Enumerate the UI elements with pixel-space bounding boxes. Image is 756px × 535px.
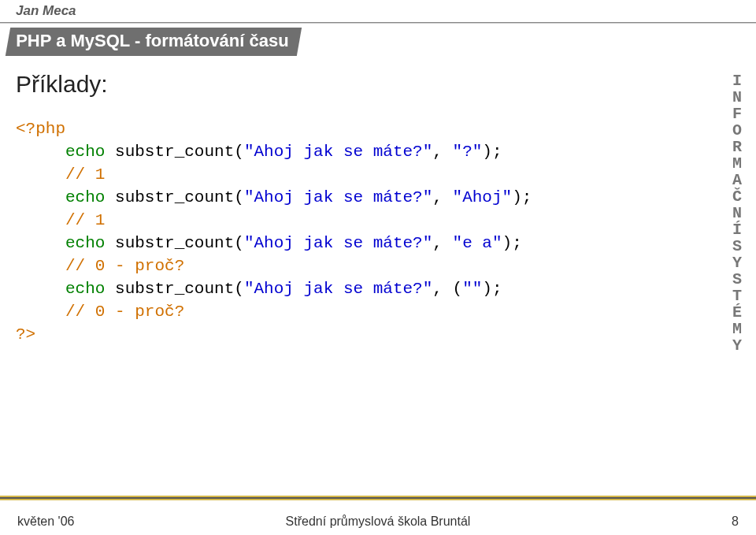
vert-char: S [732,238,742,254]
code-block: <?php echo substr_count("Ahoj jak se mát… [16,118,693,347]
string-literal: "Ahoj jak se máte?" [244,280,432,298]
vert-char: N [732,89,742,106]
paren-close: ); [482,143,502,161]
comment: // 0 - proč? [65,303,184,321]
fn-call: substr_count( [115,143,244,161]
vert-char: O [732,122,742,139]
footer-school: Střední průmyslová škola Bruntál [0,515,756,529]
vert-char: S [732,271,742,288]
echo-keyword: echo [65,143,105,161]
string-literal: "Ahoj jak se máte?" [244,188,432,206]
echo-keyword: echo [65,234,105,252]
echo-keyword: echo [65,280,105,298]
examples-heading: Příklady: [16,71,693,98]
content-area: Příklady: <?php echo substr_count("Ahoj … [16,71,693,347]
vert-char: R [732,139,742,155]
top-divider [0,22,756,23]
vert-char: M [732,155,742,172]
string-literal: "?" [453,143,483,161]
footer-divider [0,497,756,499]
comment: // 0 - proč? [65,257,184,275]
vert-char: Y [732,337,742,354]
fn-call: substr_count( [115,188,244,206]
vert-char: Y [732,254,742,271]
vert-char: N [732,205,742,221]
comma: , [432,143,452,161]
string-literal: "" [462,280,482,298]
string-literal: "e a" [453,234,502,252]
vertical-label: I N F O R M A Č N Í S Y S T É M Y [732,72,742,354]
fn-call: substr_count( [115,234,244,252]
vert-char: É [732,304,742,321]
php-open-tag: <?php [16,120,65,138]
paren-close: ); [482,280,502,298]
php-close-tag: ?> [16,325,35,344]
comma: , [432,234,452,252]
vert-char: Í [732,221,742,238]
vert-char: T [732,288,742,304]
page-number: 8 [732,515,739,529]
echo-keyword: echo [65,188,105,206]
slide-page: Jan Meca PHP a MySQL - formátování času … [0,0,756,535]
comment: // 1 [65,165,105,184]
string-literal: "Ahoj jak se máte?" [244,143,432,161]
slide-title-bar: PHP a MySQL - formátování času [6,28,302,56]
paren-close: ); [502,234,522,252]
fn-call: substr_count( [115,280,244,298]
string-literal: "Ahoj" [453,188,513,206]
comment: // 1 [65,211,105,229]
string-literal: "Ahoj jak se máte?" [244,234,432,252]
vert-char: I [732,72,742,89]
paren-close: ); [512,188,532,206]
comma: , [432,188,452,206]
author-name: Jan Meca [16,3,76,19]
vert-char: M [732,321,742,337]
slide-title: PHP a MySQL - formátování času [16,31,288,51]
vert-char: A [732,172,742,188]
vert-char: Č [732,188,742,205]
vert-char: F [732,106,742,122]
comma: , ( [432,280,462,298]
